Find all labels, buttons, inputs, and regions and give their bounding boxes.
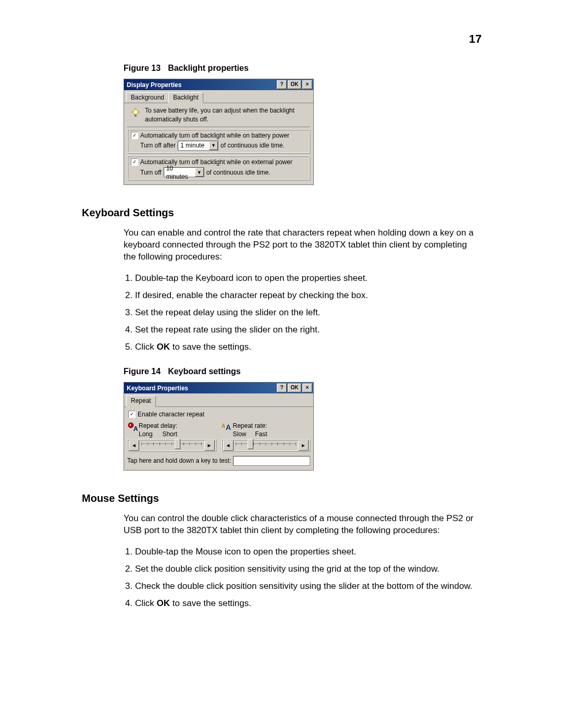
svg-text:A: A: [222, 423, 225, 429]
repeat-rate-slider[interactable]: ◄ ►: [222, 439, 311, 452]
svg-rect-6: [130, 424, 131, 426]
mouse-step-4-pre: Click: [135, 598, 157, 608]
repeat-rate-column: A A Repeat rate: Slow Fast: [222, 422, 311, 452]
mouse-step-4: Click OK to save the settings.: [135, 598, 482, 610]
arrow-right-icon[interactable]: ►: [204, 440, 215, 451]
test-label: Tap here and hold down a key to test:: [127, 456, 231, 465]
figure-14-text: Keyboard settings: [168, 367, 241, 376]
battery-turnoff-post: of continuous idle time.: [221, 141, 285, 150]
repeat-delay-left: Long: [139, 430, 153, 438]
keyboard-step-5-pre: Click: [135, 342, 157, 352]
keyboard-settings-intro: You can enable and control the rate that…: [124, 227, 482, 263]
battery-timeout-combo[interactable]: 1 minute ▼: [178, 141, 218, 151]
keyboard-step-2: If desired, enable the character repeat …: [135, 290, 482, 302]
svg-text:A: A: [226, 423, 231, 431]
mouse-step-4-bold: OK: [157, 598, 170, 608]
mouse-settings-steps: Double-tap the Mouse icon to open the pr…: [124, 546, 482, 610]
display-properties-title: Display Properties: [127, 81, 276, 89]
external-turnoff-pre: Turn off: [140, 168, 162, 177]
battery-turnoff-pre: Turn off after: [140, 141, 176, 150]
figure-14-caption: Figure 14Keyboard settings: [124, 366, 482, 377]
figure-13-text: Backlight properties: [168, 64, 249, 72]
mouse-settings-heading: Mouse Settings: [82, 491, 482, 505]
repeat-delay-right: Short: [162, 430, 177, 438]
ok-button[interactable]: OK: [288, 384, 301, 392]
page-number: 17: [82, 31, 482, 47]
figure-13-prefix: Figure 13: [124, 64, 161, 72]
close-button[interactable]: ×: [302, 384, 312, 392]
display-properties-titlebar: Display Properties ? OK ×: [124, 79, 313, 90]
mouse-step-3: Check the double click position sensitiv…: [135, 581, 482, 593]
keyboard-step-5: Click OK to save the settings.: [135, 341, 482, 353]
repeat-rate-label: Repeat rate:: [233, 422, 267, 430]
test-input[interactable]: [233, 456, 310, 466]
repeat-delay-slider[interactable]: ◄ ►: [127, 439, 216, 452]
keyboard-settings-heading: Keyboard Settings: [82, 206, 482, 220]
keyboard-properties-dialog: Keyboard Properties ? OK × Repeat Enable…: [124, 382, 314, 471]
ok-button[interactable]: OK: [288, 80, 301, 89]
external-turnoff-post: of continuous idle time.: [206, 168, 271, 177]
help-button[interactable]: ?: [277, 80, 287, 89]
arrow-left-icon[interactable]: ◄: [223, 440, 234, 451]
chevron-down-icon[interactable]: ▼: [209, 141, 218, 150]
keyboard-step-5-bold: OK: [157, 342, 170, 352]
display-properties-dialog: Display Properties ? OK × Background Bac…: [124, 79, 314, 185]
repeat-rate-right: Fast: [255, 430, 267, 438]
repeat-rate-icon: A A: [222, 422, 233, 432]
external-power-group: Automatically turn off backlight while o…: [127, 156, 310, 180]
external-timeout-value: 10 minutes: [164, 164, 195, 181]
chevron-down-icon[interactable]: ▼: [195, 168, 204, 177]
svg-rect-1: [134, 114, 137, 117]
repeat-delay-icon: A: [127, 422, 139, 432]
keyboard-step-3: Set the repeat delay using the slider on…: [135, 307, 482, 319]
help-button[interactable]: ?: [277, 384, 287, 392]
backlight-info-text: To save battery life, you can adjust whe…: [143, 106, 309, 123]
mouse-step-4-post: to save the settings.: [170, 598, 251, 608]
battery-checkbox[interactable]: [131, 132, 138, 139]
keyboard-step-5-post: to save the settings.: [170, 342, 251, 352]
battery-checkbox-label: Automatically turn off backlight while o…: [140, 131, 289, 140]
tab-backlight[interactable]: Backlight: [168, 92, 203, 103]
keyboard-properties-titlebar: Keyboard Properties ? OK ×: [124, 382, 313, 393]
external-timeout-combo[interactable]: 10 minutes ▼: [164, 167, 204, 177]
arrow-right-icon[interactable]: ►: [298, 440, 309, 451]
mouse-settings-intro: You can control the double click charact…: [124, 513, 482, 537]
repeat-delay-label: Repeat delay:: [139, 422, 177, 430]
svg-text:A: A: [133, 425, 138, 432]
battery-power-group: Automatically turn off backlight while o…: [127, 129, 310, 154]
figure-14-prefix: Figure 14: [124, 367, 161, 376]
external-checkbox-label: Automatically turn off backlight while o…: [140, 158, 292, 166]
tab-repeat[interactable]: Repeat: [126, 396, 156, 406]
enable-repeat-label: Enable character repeat: [138, 410, 204, 418]
figure-13-caption: Figure 13Backlight properties: [124, 63, 482, 74]
repeat-delay-column: A Repeat delay: Long Short ◄: [127, 422, 216, 452]
battery-timeout-value: 1 minute: [178, 141, 209, 150]
keyboard-settings-steps: Double-tap the Keyboard icon to open the…: [124, 273, 482, 353]
keyboard-step-1: Double-tap the Keyboard icon to open the…: [135, 273, 482, 285]
mouse-step-1: Double-tap the Mouse icon to open the pr…: [135, 546, 482, 558]
arrow-left-icon[interactable]: ◄: [129, 440, 139, 451]
lightbulb-icon: [128, 106, 143, 120]
mouse-step-2: Set the double click position sensitivit…: [135, 563, 482, 575]
svg-point-0: [133, 109, 138, 115]
keyboard-properties-title: Keyboard Properties: [127, 384, 276, 392]
enable-repeat-checkbox[interactable]: [128, 411, 136, 418]
keyboard-tabs: Repeat: [124, 393, 313, 406]
tab-background[interactable]: Background: [126, 92, 169, 103]
display-tabs: Background Backlight: [124, 90, 313, 103]
repeat-rate-left: Slow: [233, 430, 247, 438]
close-button[interactable]: ×: [302, 80, 312, 89]
keyboard-step-4: Set the repeat rate using the slider on …: [135, 324, 482, 336]
external-checkbox[interactable]: [131, 158, 138, 166]
